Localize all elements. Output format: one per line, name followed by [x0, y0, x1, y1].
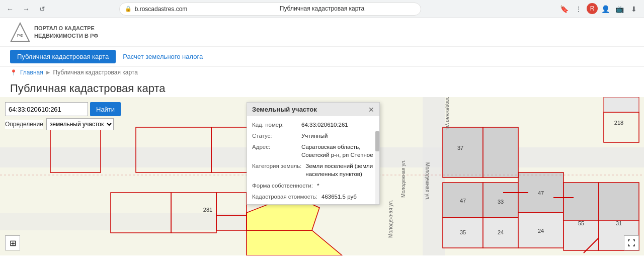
popup-title: Земельный участок — [252, 106, 317, 113]
site-header: РФ ПОРТАЛ О КАДАСТРЕ НЕДВИЖИМОСТИ В РФ — [0, 18, 644, 47]
fullscreen-icon — [627, 239, 635, 247]
refresh-button[interactable]: ↺ — [36, 3, 48, 15]
breadcrumb-current: Публичная кадастровая карта — [53, 69, 138, 76]
popup-row-forma: Форма собственности: * — [252, 180, 374, 191]
browser-title: Публичная кадастровая карта — [280, 5, 364, 12]
cast-icon[interactable]: 📺 — [614, 3, 626, 15]
svg-rect-25 — [443, 127, 483, 178]
cadastre-search-input[interactable] — [5, 102, 88, 116]
popup-row-adres: Адрес: Саратовская область, Советский р-… — [252, 141, 374, 160]
logo-text: ПОРТАЛ О КАДАСТРЕ НЕДВИЖИМОСТИ В РФ — [34, 25, 98, 40]
svg-text:РФ: РФ — [17, 33, 24, 38]
browser-chrome: ← → ↺ 🔒 b.roscadastres.com Публичная кад… — [0, 0, 644, 18]
breadcrumb-home[interactable]: Главная — [20, 69, 43, 76]
popup-key-kadst: Кадастровая стоимость: — [252, 193, 317, 201]
svg-text:24: 24 — [538, 228, 544, 234]
profile-icon[interactable]: R — [587, 3, 598, 14]
popup-key-kat: Категория земель: — [252, 162, 301, 178]
map-controls: ⊞ — [5, 235, 20, 250]
page-content: РФ ПОРТАЛ О КАДАСТРЕ НЕДВИЖИМОСТИ В РФ П… — [0, 18, 644, 255]
popup-val-kadnomer: 64:33:020610:261 — [301, 121, 374, 129]
svg-rect-21 — [564, 183, 599, 220]
logo-icon: РФ — [10, 22, 30, 42]
url-text: b.roscadastres.com — [135, 6, 188, 13]
lock-icon: 🔒 — [125, 6, 132, 12]
menu-dots-icon[interactable]: ⋮ — [573, 3, 585, 15]
popup-row-plosh: Уточненная площадь: 1690 кв.м — [252, 202, 374, 204]
svg-rect-5 — [0, 213, 252, 230]
svg-text:35: 35 — [460, 229, 466, 235]
logo-area: РФ ПОРТАЛ О КАДАСТРЕ НЕДВИЖИМОСТИ В РФ — [10, 22, 98, 42]
search-button[interactable]: Найти — [90, 102, 121, 116]
page-title-area: Публичная кадастровая карта — [0, 78, 644, 97]
svg-text:Молодежная ул.: Молодежная ул. — [400, 159, 406, 198]
svg-text:31: 31 — [616, 220, 622, 226]
popup-key-plosh: Уточненная площадь: — [252, 204, 311, 204]
popup-row-status: Статус: Учтинный — [252, 130, 374, 141]
svg-text:Молодежная ул.: Молодежная ул. — [388, 200, 393, 238]
search-bar: Найти Определение земельный участок — [5, 102, 121, 130]
svg-rect-22 — [599, 183, 639, 220]
popup-val-kat: Земли поселений (земли населенных пункто… — [305, 162, 374, 178]
svg-text:47: 47 — [460, 198, 466, 204]
public-map-nav-button[interactable]: Публичная кадастровая карта — [10, 50, 116, 63]
fullscreen-button[interactable] — [624, 235, 639, 250]
popup-val-plosh: 1690 кв.м — [315, 204, 374, 204]
address-bar[interactable]: 🔒 b.roscadastres.com — [119, 3, 421, 16]
definition-label: Определение — [5, 120, 43, 129]
forward-button[interactable]: → — [20, 3, 32, 15]
svg-text:281: 281 — [203, 207, 212, 213]
search-row: Найти — [5, 102, 121, 116]
pin-icon: 📍 — [10, 69, 17, 76]
popup-close-button[interactable]: ✕ — [368, 106, 374, 113]
cadastre-popup: Земельный участок ✕ Кад. номер: 64:33:02… — [247, 102, 380, 205]
svg-rect-26 — [483, 127, 518, 178]
svg-rect-28 — [604, 97, 639, 112]
popup-body[interactable]: Кад. номер: 64:33:020610:261 Статус: Учт… — [247, 116, 379, 204]
definition-row: Определение земельный участок — [5, 118, 121, 130]
back-button[interactable]: ← — [4, 3, 16, 15]
site-nav: Публичная кадастровая карта Расчет земел… — [0, 47, 644, 67]
svg-rect-4 — [423, 97, 445, 255]
svg-text:47: 47 — [538, 190, 544, 196]
popup-val-status: Учтинный — [301, 132, 374, 140]
object-type-select[interactable]: земельный участок — [46, 118, 114, 130]
svg-text:218: 218 — [614, 120, 623, 126]
account-icon[interactable]: 👤 — [600, 3, 612, 15]
page-title: Публичная кадастровая карта — [10, 82, 634, 95]
popup-key-status: Статус: — [252, 132, 297, 140]
popup-key-adres: Адрес: — [252, 143, 297, 159]
popup-row-kadnomer: Кад. номер: 64:33:020610:261 — [252, 119, 374, 130]
popup-row-kat: Категория земель: Земли поселений (земли… — [252, 160, 374, 180]
svg-text:37: 37 — [457, 145, 463, 151]
svg-marker-0 — [11, 23, 29, 41]
map-layers-button[interactable]: ⊞ — [5, 235, 20, 250]
popup-row-kadst: Кадастровая стоимость: 463651.5 руб — [252, 191, 374, 202]
svg-text:33: 33 — [498, 199, 504, 205]
popup-key-forma: Форма собственности: — [252, 182, 313, 190]
bookmark-icon[interactable]: 🔖 — [558, 3, 571, 15]
popup-val-kadst: 463651.5 руб — [321, 193, 374, 201]
tax-calc-nav-link[interactable]: Расчет земельного налога — [116, 50, 210, 63]
download-icon[interactable]: ⬇ — [628, 3, 640, 15]
popup-val-adres: Саратовская область, Советский р-н, рп С… — [301, 143, 374, 159]
breadcrumb-separator: ► — [45, 69, 51, 76]
breadcrumb: 📍 Главная ► Публичная кадастровая карта — [0, 67, 644, 78]
svg-text:55: 55 — [578, 220, 584, 226]
popup-val-forma: * — [317, 182, 374, 190]
popup-scrollbar-thumb — [375, 131, 379, 151]
svg-text:24: 24 — [498, 229, 504, 235]
browser-actions: 🔖 ⋮ R 👤 📺 ⬇ — [558, 3, 640, 15]
map-wrapper[interactable]: Найти Определение земельный участок — [0, 97, 644, 255]
popup-key-kadnomer: Кад. номер: — [252, 121, 297, 129]
popup-scrollbar[interactable] — [375, 131, 379, 204]
popup-header: Земельный участок ✕ — [247, 103, 379, 116]
